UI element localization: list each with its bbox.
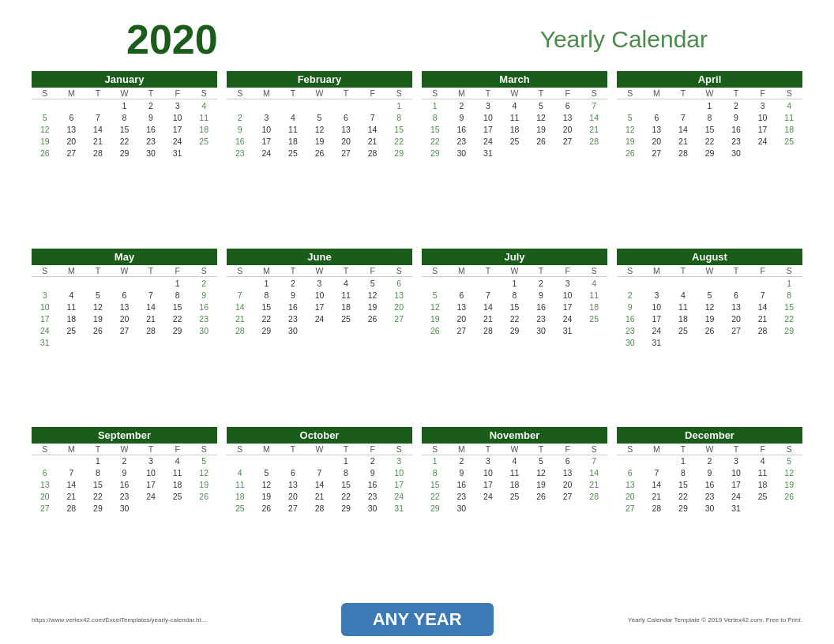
calendar-day	[580, 147, 607, 159]
day-header: T	[528, 444, 554, 455]
calendar-day: 3	[475, 455, 502, 467]
calendar-day: 7	[227, 289, 254, 301]
calendar-day	[502, 503, 528, 515]
calendar-day: 4	[670, 289, 697, 301]
calendar-day: 16	[449, 123, 475, 135]
calendar-day: 7	[359, 111, 386, 123]
day-header: S	[32, 444, 58, 455]
calendar-day	[137, 503, 164, 515]
calendar-day: 9	[280, 289, 306, 301]
day-header: T	[85, 88, 111, 99]
month-table-may: SMTWTFS123456789101112131415161718192021…	[32, 265, 217, 348]
calendar-day: 30	[697, 503, 723, 515]
month-header-january: January	[32, 71, 217, 88]
month-table-july: SMTWTFS123456789101112131415161718192021…	[422, 265, 607, 336]
day-header: M	[449, 265, 475, 277]
calendar-day: 24	[137, 491, 164, 503]
calendar-day: 8	[85, 467, 111, 479]
day-header: M	[254, 265, 280, 277]
day-header: T	[723, 444, 749, 455]
calendar-day: 27	[32, 503, 58, 515]
calendar-day	[554, 503, 581, 515]
calendar-day: 18	[580, 301, 607, 313]
day-header: T	[475, 444, 502, 455]
month-table-august: SMTWTFS123456789101112131415161718192021…	[617, 265, 802, 348]
day-header: S	[227, 265, 254, 277]
calendar-day	[776, 503, 802, 515]
day-header: S	[776, 88, 802, 99]
calendar-day: 11	[227, 479, 254, 491]
calendar-day: 2	[449, 99, 475, 112]
calendar-day: 21	[85, 135, 111, 147]
calendar-day: 25	[227, 503, 254, 515]
day-header: T	[332, 88, 359, 99]
calendar-day: 21	[475, 313, 502, 324]
calendar-day: 20	[58, 135, 85, 147]
calendar-day: 1	[776, 277, 802, 290]
calendar-day	[306, 455, 333, 467]
day-header: M	[254, 444, 280, 455]
month-table-june: SMTWTFS123456789101112131415161718192021…	[227, 265, 412, 336]
calendar-day: 7	[306, 467, 333, 479]
calendar-day: 4	[190, 99, 217, 112]
footer: https://www.vertex42.com/ExcelTemplates/…	[32, 603, 802, 636]
calendar-day: 8	[332, 467, 359, 479]
calendar-day: 8	[670, 467, 697, 479]
calendar-day: 24	[32, 324, 58, 336]
day-header: M	[644, 444, 671, 455]
calendar-day: 6	[58, 111, 85, 123]
calendar-day: 4	[280, 111, 306, 123]
calendar-day: 28	[359, 147, 386, 159]
calendar-day: 9	[111, 467, 138, 479]
calendar-day: 1	[111, 99, 138, 112]
calendar-day: 29	[697, 147, 723, 159]
calendar-day: 2	[227, 111, 254, 123]
calendar-day: 2	[190, 277, 217, 290]
day-header: F	[359, 265, 386, 277]
calendar-day: 22	[422, 135, 449, 147]
calendar-day: 13	[617, 479, 644, 491]
calendar-day: 19	[697, 313, 723, 324]
calendar-day	[475, 277, 502, 290]
calendar-day: 23	[697, 491, 723, 503]
calendar-day	[85, 336, 111, 348]
day-header: T	[137, 88, 164, 99]
calendar-day: 26	[359, 313, 386, 324]
day-header: F	[359, 444, 386, 455]
calendar-day	[528, 503, 554, 515]
calendar-day: 2	[111, 455, 138, 467]
calendar-day: 20	[723, 313, 749, 324]
calendar-day: 30	[449, 503, 475, 515]
calendar-day: 7	[85, 111, 111, 123]
month-table-april: SMTWTFS123456789101112131415161718192021…	[617, 88, 802, 159]
calendar-day: 9	[617, 301, 644, 313]
calendar-day: 12	[528, 467, 554, 479]
calendar-day: 13	[644, 123, 671, 135]
calendar-day: 2	[697, 455, 723, 467]
calendar-day	[776, 147, 802, 159]
calendar-day: 17	[749, 123, 776, 135]
calendar-day: 12	[422, 301, 449, 313]
month-table-october: SMTWTFS123456789101112131415161718192021…	[227, 444, 412, 515]
day-header: T	[475, 88, 502, 99]
calendar-day	[111, 277, 138, 290]
calendar-day: 22	[332, 491, 359, 503]
calendar-day	[190, 336, 217, 348]
month-block-september: SeptemberSMTWTFS123456789101112131415161…	[32, 427, 217, 600]
calendar-day: 12	[32, 123, 58, 135]
calendar-day: 12	[528, 111, 554, 123]
calendar-day: 10	[475, 111, 502, 123]
calendar-day	[254, 455, 280, 467]
calendar-day	[359, 324, 386, 336]
calendar-day: 31	[644, 336, 671, 348]
day-header: T	[670, 88, 697, 99]
month-header-february: February	[227, 71, 412, 88]
calendar-day: 19	[617, 135, 644, 147]
calendar-day: 16	[111, 479, 138, 491]
calendar-day	[749, 503, 776, 515]
calendar-day: 1	[254, 277, 280, 290]
calendar-day: 15	[332, 479, 359, 491]
calendar-day: 8	[697, 111, 723, 123]
calendar-day	[58, 455, 85, 467]
calendar-day: 24	[475, 491, 502, 503]
